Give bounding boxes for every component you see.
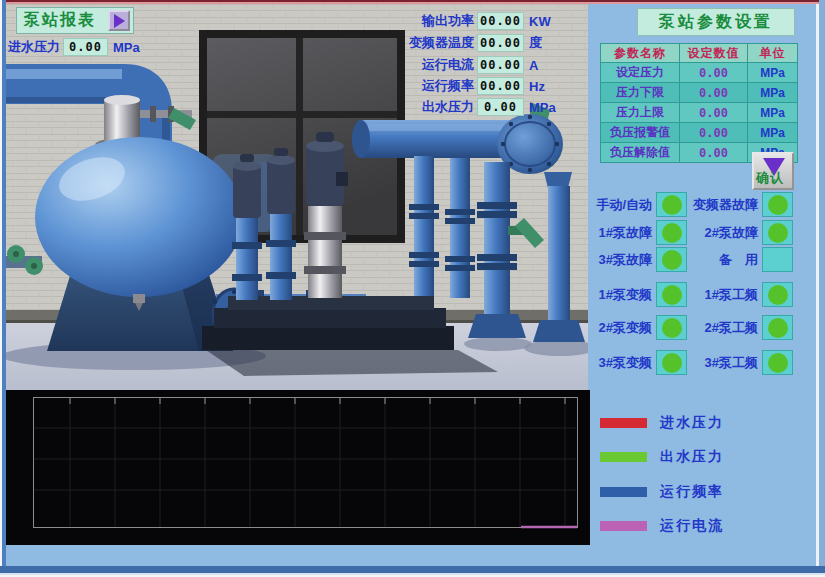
readout-label: 输出功率 (340, 12, 474, 30)
readout-unit: 度 (529, 34, 542, 52)
status-led (768, 318, 788, 338)
indicator-label: 2#泵变频 (572, 319, 652, 337)
readout-row-run-frequency: 运行频率 00.00 Hz (340, 77, 590, 95)
led-box (656, 350, 687, 375)
led-box (762, 220, 793, 245)
pumps (232, 132, 348, 300)
indicator-label: 手动/自动 (572, 196, 652, 214)
chart-vertical-gridlines (70, 399, 565, 527)
status-led (768, 353, 788, 373)
led-box (762, 350, 793, 375)
param-value-field[interactable]: 0.00 (679, 143, 747, 162)
param-name: 负压报警值 (601, 123, 679, 142)
param-name: 压力下限 (601, 83, 679, 102)
status-led (662, 195, 682, 215)
frame-bottom-border (0, 566, 825, 573)
param-unit: MPa (747, 123, 797, 142)
indicator-pump3-mains: 3#泵工频 (686, 350, 793, 375)
led-box (656, 315, 687, 340)
indicator-label: 3#泵变频 (572, 354, 652, 372)
param-value-field[interactable]: 0.00 (679, 123, 747, 142)
indicator-pump3-fault: 3#泵故障 (572, 247, 687, 272)
indicator-spare: 备 用 (686, 247, 793, 272)
pump-station-hmi-screen: 泵站报表 进水压力 0.00 MPa 输出功率 00.00 KW 变频器温度 0… (0, 0, 825, 577)
param-value-field[interactable]: 0.00 (679, 103, 747, 122)
legend-item-outlet-pressure: 出水压力 (600, 448, 724, 466)
readout-value: 00.00 (477, 77, 524, 95)
indicator-pump2-mains: 2#泵工频 (686, 315, 793, 340)
play-icon-button[interactable] (108, 10, 130, 31)
status-led (662, 353, 682, 373)
indicator-manual-auto: 手动/自动 (572, 192, 687, 217)
param-name: 设定压力 (601, 63, 679, 82)
legend-swatch-outlet-pressure (600, 452, 647, 462)
param-name: 压力上限 (601, 103, 679, 122)
legend-swatch-inlet-pressure (600, 418, 647, 428)
column-header-name: 参数名称 (601, 44, 679, 62)
legend-swatch-run-frequency (600, 487, 647, 497)
readout-value: 00.00 (477, 34, 524, 52)
readout-row-run-current: 运行电流 00.00 A (340, 56, 590, 74)
report-button-label: 泵站报表 (24, 10, 96, 31)
status-led (662, 285, 682, 305)
play-icon (114, 14, 125, 28)
legend-item-inlet-pressure: 进水压力 (600, 414, 724, 432)
led-box (656, 282, 687, 307)
indicator-label: 变频器故障 (686, 196, 758, 214)
indicator-pump2-fault: 2#泵故障 (686, 220, 793, 245)
readout-value: 00.00 (477, 12, 524, 30)
report-button[interactable]: 泵站报表 (16, 7, 134, 34)
inlet-pressure-value: 0.00 (63, 38, 108, 56)
outlet-pressure-row: 出水压力 0.00 MPa (340, 98, 590, 116)
readout-row-output-power: 输出功率 00.00 KW (340, 12, 590, 30)
inlet-pressure-label: 进水压力 (8, 38, 60, 56)
readout-label: 运行电流 (340, 56, 474, 74)
readout-unit: A (529, 58, 538, 73)
readout-label: 运行频率 (340, 77, 474, 95)
settings-table-header: 参数名称 设定数值 单位 (601, 44, 797, 62)
status-led (768, 223, 788, 243)
indicator-pump2-vfd: 2#泵变频 (572, 315, 687, 340)
indicator-label: 2#泵工频 (686, 319, 758, 337)
readout-label: 变频器温度 (340, 34, 474, 52)
readout-row-inverter-temp: 变频器温度 00.00 度 (340, 34, 590, 52)
param-row-pressure-low-limit: 压力下限 0.00 MPa (601, 82, 797, 102)
inlet-pressure-row: 进水压力 0.00 MPa (8, 38, 140, 56)
status-led (662, 250, 682, 270)
indicator-pump1-vfd: 1#泵变频 (572, 282, 687, 307)
frame-right-border (819, 0, 825, 577)
readout-value: 00.00 (477, 56, 524, 74)
indicator-label: 3#泵工频 (686, 354, 758, 372)
led-box (762, 282, 793, 307)
param-value-field[interactable]: 0.00 (679, 83, 747, 102)
readout-unit: KW (529, 14, 551, 29)
readout-unit: Hz (529, 79, 545, 94)
legend-swatch-run-current (600, 521, 647, 531)
indicator-label: 1#泵变频 (572, 286, 652, 304)
led-box (762, 315, 793, 340)
confirm-button-label: 确认 (756, 169, 784, 187)
led-box (656, 220, 687, 245)
legend-item-run-frequency: 运行频率 (600, 483, 724, 501)
indicator-label: 2#泵故障 (686, 224, 758, 242)
param-unit: MPa (747, 83, 797, 102)
status-led (662, 318, 682, 338)
indicator-label: 1#泵故障 (572, 224, 652, 242)
led-box (656, 192, 687, 217)
led-box (762, 192, 793, 217)
chart-top-ticks (70, 398, 565, 404)
indicator-pump3-vfd: 3#泵变频 (572, 350, 687, 375)
param-value-field[interactable]: 0.00 (679, 63, 747, 82)
status-led (662, 223, 682, 243)
led-box (656, 247, 687, 272)
status-led (768, 195, 788, 215)
indicator-label: 3#泵故障 (572, 251, 652, 269)
settings-panel-title: 泵站参数设置 (637, 8, 795, 36)
confirm-button[interactable]: 确认 (752, 152, 794, 190)
legend-label: 运行电流 (660, 517, 724, 535)
status-led (768, 285, 788, 305)
outlet-pressure-value: 0.00 (477, 98, 524, 116)
indicator-label: 1#泵工频 (686, 286, 758, 304)
column-header-value: 设定数值 (679, 44, 747, 62)
indicator-vfd-fault: 变频器故障 (686, 192, 793, 217)
